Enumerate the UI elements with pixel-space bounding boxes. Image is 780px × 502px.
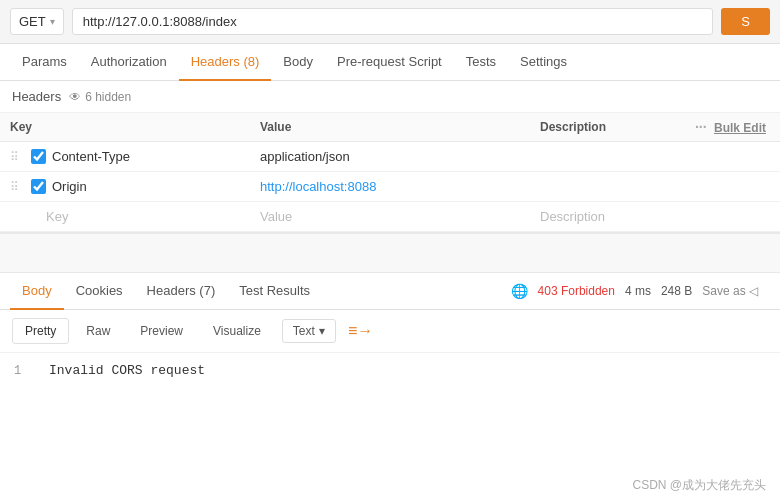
row1-desc-cell xyxy=(530,142,649,172)
method-select[interactable]: GET ▾ xyxy=(10,8,64,35)
method-chevron: ▾ xyxy=(50,16,55,27)
row2-value-cell: http://localhost:8088 xyxy=(250,172,530,202)
hidden-count: 6 hidden xyxy=(85,90,131,104)
text-format-dropdown[interactable]: Text ▾ xyxy=(282,319,336,343)
status-size: 248 B xyxy=(661,284,692,298)
row1-key-cell: ⠿ Content-Type xyxy=(0,142,250,172)
row3-value-cell: Value xyxy=(250,202,530,232)
col-description: Description xyxy=(530,113,649,142)
watermark: CSDN @成为大佬先充头 xyxy=(632,477,766,494)
tab-settings[interactable]: Settings xyxy=(508,44,579,81)
table-row: ⠿ Content-Type application/json xyxy=(0,142,780,172)
tab-authorization[interactable]: Authorization xyxy=(79,44,179,81)
line-number: 1 xyxy=(14,364,21,378)
drag-handle-icon: ⠿ xyxy=(10,150,19,164)
response-tabs-left: Body Cookies Headers (7) Test Results xyxy=(10,273,322,309)
url-input[interactable] xyxy=(72,8,714,35)
row2-bulk-cell xyxy=(649,172,780,202)
row2-value: http://localhost:8088 xyxy=(260,179,376,194)
format-bar: Pretty Raw Preview Visualize Text ▾ ≡→ xyxy=(0,310,780,353)
row2-key: Origin xyxy=(52,179,87,194)
text-format-chevron: ▾ xyxy=(319,324,325,338)
save-as-button[interactable]: Save as ◁ xyxy=(702,284,758,298)
tab-response-headers[interactable]: Headers (7) xyxy=(135,273,228,310)
eye-icon: 👁 xyxy=(69,90,81,104)
send-button[interactable]: S xyxy=(721,8,770,35)
row1-bulk-cell xyxy=(649,142,780,172)
row3-value-placeholder: Value xyxy=(260,209,292,224)
code-output-area: 1 Invalid CORS request xyxy=(0,353,780,388)
row3-bulk-cell xyxy=(649,202,780,232)
format-preview[interactable]: Preview xyxy=(127,318,196,344)
col-value: Value xyxy=(250,113,530,142)
row3-key-placeholder: Key xyxy=(46,209,68,224)
format-visualize[interactable]: Visualize xyxy=(200,318,274,344)
tab-response-cookies[interactable]: Cookies xyxy=(64,273,135,310)
headers-title: Headers xyxy=(12,89,61,104)
response-tabs-bar: Body Cookies Headers (7) Test Results 🌐 … xyxy=(0,273,780,310)
globe-icon: 🌐 xyxy=(511,283,528,299)
tab-body[interactable]: Body xyxy=(271,44,325,81)
status-time: 4 ms xyxy=(625,284,651,298)
word-wrap-icon[interactable]: ≡→ xyxy=(348,322,373,340)
row3-key-cell: Key xyxy=(0,202,250,232)
row2-checkbox[interactable] xyxy=(31,179,46,194)
row3-desc-cell: Description xyxy=(530,202,649,232)
tab-response-test-results[interactable]: Test Results xyxy=(227,273,322,310)
format-pretty[interactable]: Pretty xyxy=(12,318,69,344)
drag-handle-icon: ⠿ xyxy=(10,180,19,194)
mid-spacer xyxy=(0,233,780,273)
hidden-badge: 👁 6 hidden xyxy=(69,90,131,104)
tab-tests[interactable]: Tests xyxy=(454,44,508,81)
tab-params[interactable]: Params xyxy=(10,44,79,81)
tab-pre-request-script[interactable]: Pre-request Script xyxy=(325,44,454,81)
row1-value: application/json xyxy=(260,149,350,164)
tab-response-body[interactable]: Body xyxy=(10,273,64,310)
response-status: 🌐 403 Forbidden 4 ms 248 B Save as ◁ xyxy=(511,283,770,299)
row2-desc-cell xyxy=(530,172,649,202)
row1-key: Content-Type xyxy=(52,149,130,164)
row1-checkbox[interactable] xyxy=(31,149,46,164)
tab-headers[interactable]: Headers (8) xyxy=(179,44,272,81)
col-bulk-edit: ··· Bulk Edit xyxy=(649,113,780,142)
row3-desc-placeholder: Description xyxy=(540,209,605,224)
status-code: 403 Forbidden xyxy=(538,284,615,298)
method-label: GET xyxy=(19,14,46,29)
text-format-label: Text xyxy=(293,324,315,338)
headers-table: Key Value Description ··· Bulk Edit xyxy=(0,113,780,232)
url-bar: GET ▾ S xyxy=(0,0,780,44)
headers-title-bar: Headers 👁 6 hidden xyxy=(0,81,780,113)
table-row: ⠿ Origin http://localhost:8088 xyxy=(0,172,780,202)
table-row: Key Value Description xyxy=(0,202,780,232)
code-content: Invalid CORS request xyxy=(49,363,205,378)
format-raw[interactable]: Raw xyxy=(73,318,123,344)
row2-key-cell: ⠿ Origin xyxy=(0,172,250,202)
dots-icon[interactable]: ··· xyxy=(695,119,707,135)
headers-section: Headers 👁 6 hidden Key Value Description… xyxy=(0,81,780,233)
col-key: Key xyxy=(0,113,250,142)
request-tabs-bar: Params Authorization Headers (8) Body Pr… xyxy=(0,44,780,81)
row1-value-cell: application/json xyxy=(250,142,530,172)
